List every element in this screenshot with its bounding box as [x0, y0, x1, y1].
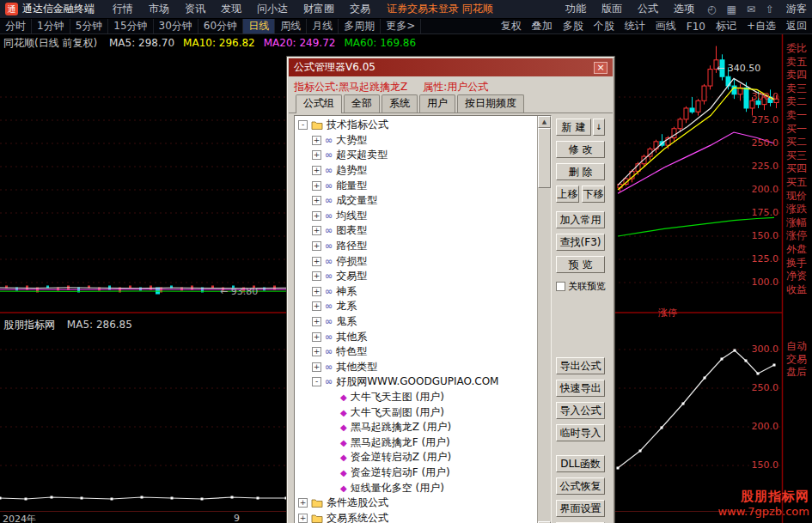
close-icon[interactable]: × [594, 62, 607, 74]
temp-import-button[interactable]: 临时导入 [556, 424, 605, 441]
period-30分钟[interactable]: 30分钟 [154, 19, 198, 33]
tree-item[interactable]: ◆黑马起跳擒龙Z (用户) [296, 420, 537, 435]
expand-icon[interactable]: + [312, 136, 321, 145]
expand-icon[interactable]: + [298, 514, 308, 523]
quick-export-button[interactable]: 快速导出 [556, 380, 605, 397]
tab-全部[interactable]: 全部 [344, 94, 380, 113]
expand-icon[interactable]: + [312, 317, 321, 326]
move-down-button[interactable]: 下移 [582, 185, 605, 203]
menu-item-问小达[interactable]: 问小达 [249, 2, 296, 16]
period-1分钟[interactable]: 1分钟 [32, 19, 70, 33]
period-分时[interactable]: 分时 [0, 19, 32, 33]
expand-icon[interactable]: + [312, 166, 321, 175]
tab-用户[interactable]: 用户 [419, 94, 455, 113]
tree-item[interactable]: ◆大牛飞天副图 (用户) [296, 404, 537, 420]
panel-grid-icon[interactable]: ▦ [722, 3, 742, 15]
tree-item[interactable]: +∞大势型 [296, 133, 537, 149]
tab-系统[interactable]: 系统 [382, 94, 418, 113]
quote-lower-盘后[interactable]: 盘后 [786, 365, 807, 380]
upgrade-icon[interactable]: ⇧ [760, 3, 779, 15]
menu-item-发现[interactable]: 发现 [213, 2, 249, 16]
tree-item[interactable]: +∞停损型 [296, 253, 537, 269]
expand-icon[interactable]: + [312, 181, 321, 191]
mail-icon[interactable]: ✉ [742, 3, 760, 15]
period-日线[interactable]: 日线 [243, 19, 275, 33]
tree-item[interactable]: +∞均线型 [296, 209, 537, 224]
tool-统计[interactable]: 统计 [620, 19, 650, 33]
tree-item[interactable]: ◆资金逆转启动F (用户) [296, 465, 537, 481]
expand-icon[interactable]: + [312, 347, 321, 356]
tree-item[interactable]: +∞趋势型 [296, 163, 537, 179]
tree-scrollbar[interactable]: ▲ ▼ [537, 116, 551, 523]
tool-标记[interactable]: 标记 [711, 19, 742, 33]
tree-item[interactable]: ◆短线量化多空 (用户) [296, 480, 537, 496]
period-15分钟[interactable]: 15分钟 [108, 19, 153, 33]
menu-item-资讯[interactable]: 资讯 [177, 2, 213, 16]
tree-item[interactable]: -技术指标公式 [296, 118, 537, 133]
ui-settings-button[interactable]: 界面设置 [556, 500, 605, 517]
linked-preview-checkbox[interactable]: 关联预览 [556, 280, 606, 293]
scroll-up-icon[interactable]: ▲ [538, 116, 551, 128]
expand-icon[interactable]: + [312, 301, 321, 311]
collapse-icon[interactable]: - [298, 120, 308, 130]
menu-item-公式[interactable]: 公式 [630, 2, 666, 16]
tree-item[interactable]: ◆大牛飞天主图 (用户) [296, 390, 537, 405]
expand-icon[interactable]: + [312, 226, 321, 235]
refresh-icon[interactable]: ◴ [702, 3, 721, 15]
expand-icon[interactable]: + [312, 271, 321, 281]
tree-item[interactable]: +∞超买超卖型 [296, 148, 537, 163]
tool-F10[interactable]: F10 [681, 21, 711, 33]
tree-item[interactable]: +∞其他类型 [296, 360, 537, 375]
collapse-icon[interactable]: - [312, 377, 321, 386]
login-alert[interactable]: 证券交易未登录 同花顺 [387, 2, 493, 16]
period-60分钟[interactable]: 60分钟 [198, 19, 243, 33]
tree-item[interactable]: -∞好股网WWW.GOODGUPIAO.COM [296, 374, 537, 390]
user-guest[interactable]: 游客 [786, 2, 807, 16]
tree-item[interactable]: +∞成交量型 [296, 193, 537, 209]
menu-item-选项[interactable]: 选项 [666, 2, 702, 16]
tree-item[interactable]: +∞交易型 [296, 269, 537, 284]
expand-icon[interactable]: + [298, 498, 308, 508]
tree-item[interactable]: +∞图表型 [296, 223, 537, 239]
expand-icon[interactable]: + [312, 241, 321, 251]
expand-icon[interactable]: + [312, 150, 321, 160]
expand-icon[interactable]: + [312, 362, 321, 372]
dialog-titlebar[interactable]: 公式管理器V6.05 × [289, 58, 613, 76]
tree-item[interactable]: +∞其他系 [296, 329, 537, 344]
tool-个股[interactable]: 个股 [589, 19, 620, 33]
tab-公式组[interactable]: 公式组 [296, 94, 342, 113]
expand-icon[interactable]: + [312, 211, 321, 221]
menu-item-交易[interactable]: 交易 [342, 2, 378, 16]
find-button[interactable]: 查找(F3) [556, 234, 605, 251]
tool-+自选[interactable]: +自选 [742, 19, 781, 33]
period-多周期[interactable]: 多周期 [339, 19, 381, 33]
delete-button[interactable]: 删 除 [556, 163, 605, 180]
scrollbar-thumb[interactable] [538, 128, 551, 188]
period-5分钟[interactable]: 5分钟 [70, 19, 109, 33]
tree-item[interactable]: +∞神系 [296, 284, 537, 300]
menu-item-行情[interactable]: 行情 [105, 2, 141, 16]
checkbox-icon[interactable] [556, 282, 565, 291]
menu-item-版面[interactable]: 版面 [594, 2, 630, 16]
menu-item-功能[interactable]: 功能 [558, 2, 594, 16]
period-周线[interactable]: 周线 [275, 19, 307, 33]
modify-button[interactable]: 修 改 [556, 141, 605, 158]
tree-item[interactable]: +∞鬼系 [296, 314, 537, 330]
tool-叠加[interactable]: 叠加 [527, 19, 558, 33]
preview-button[interactable]: 预 览 [556, 256, 605, 273]
export-formula-button[interactable]: 导出公式 [556, 357, 605, 374]
tool-多股[interactable]: 多股 [558, 19, 589, 33]
tab-按日期频度[interactable]: 按日期频度 [457, 94, 524, 113]
new-button[interactable]: 新 建 [556, 119, 591, 136]
expand-icon[interactable]: + [312, 196, 321, 205]
menu-item-财富圈[interactable]: 财富圈 [296, 2, 342, 16]
move-up-button[interactable]: 上移 [556, 185, 579, 203]
tree-item[interactable]: +交易系统公式 [296, 510, 537, 523]
import-formula-button[interactable]: 导入公式 [556, 402, 605, 419]
tree-item[interactable]: +∞路径型 [296, 239, 537, 254]
formula-restore-button[interactable]: 公式恢复 [556, 477, 605, 495]
tree-item[interactable]: +∞特色型 [296, 344, 537, 360]
tree-item[interactable]: +条件选股公式 [296, 496, 537, 511]
tree-item[interactable]: +∞能量型 [296, 178, 537, 193]
expand-icon[interactable]: + [312, 287, 321, 296]
